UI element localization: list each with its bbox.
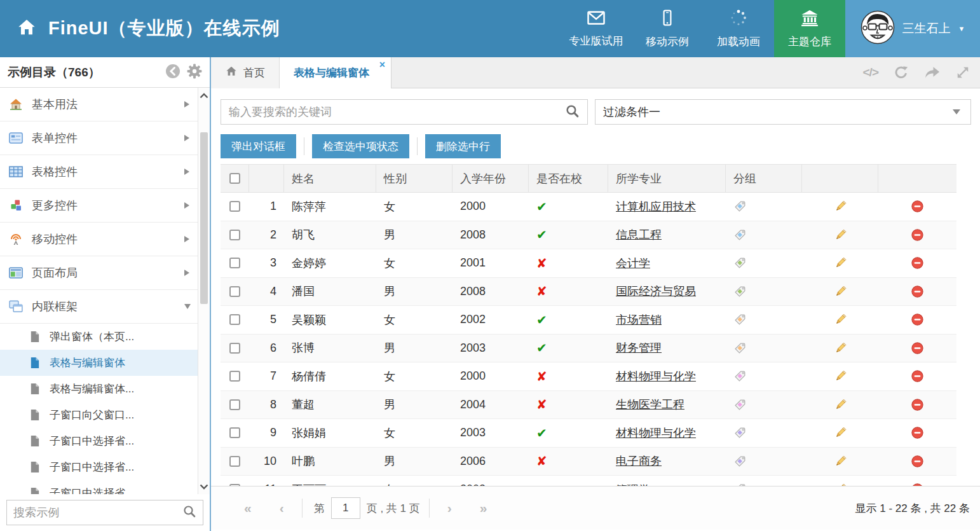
delete-icon[interactable] [911, 228, 924, 242]
select-all-checkbox[interactable] [229, 173, 240, 184]
delete-icon[interactable] [911, 200, 924, 213]
row-checkbox[interactable] [229, 201, 240, 212]
gear-icon[interactable] [187, 64, 202, 81]
close-icon[interactable]: × [379, 59, 385, 71]
sidebar-subitem[interactable]: 弹出窗体（本页... [0, 324, 210, 350]
collapse-back-icon[interactable] [165, 64, 180, 81]
delete-icon[interactable] [911, 426, 924, 439]
tag-icon[interactable] [733, 341, 747, 355]
edit-icon[interactable] [834, 228, 847, 242]
major-link[interactable]: 材料物理与化学 [616, 369, 696, 384]
sidebar-item-form[interactable]: 表单控件 [0, 121, 210, 155]
edit-icon[interactable] [834, 398, 847, 411]
edit-icon[interactable] [834, 313, 847, 326]
first-page-icon[interactable]: « [230, 500, 266, 516]
table-row[interactable]: 2 胡飞 男 2008 ✔ 信息工程 [221, 221, 956, 250]
sidebar-subitem[interactable]: 子窗口中选择省 [0, 480, 210, 494]
row-checkbox[interactable] [229, 399, 240, 410]
sidebar-subitem-selected[interactable]: 表格与编辑窗体 [0, 350, 210, 376]
major-link[interactable]: 计算机应用技术 [616, 199, 696, 214]
row-checkbox[interactable] [229, 371, 240, 382]
tag-icon[interactable] [733, 455, 747, 468]
sidebar-subitem[interactable]: 子窗口向父窗口... [0, 402, 210, 428]
tab-home[interactable]: 首页 [211, 57, 280, 88]
table-row[interactable]: 1 陈萍萍 女 2000 ✔ 计算机应用技术 [221, 193, 956, 221]
col-enrolled[interactable]: 是否在校 [529, 165, 608, 192]
edit-icon[interactable] [834, 285, 847, 298]
next-page-icon[interactable]: › [433, 500, 466, 516]
tag-icon[interactable] [733, 228, 747, 242]
major-link[interactable]: 材料物理与化学 [616, 425, 696, 441]
row-checkbox[interactable] [229, 456, 240, 467]
source-code-icon[interactable]: </> [863, 66, 878, 79]
edit-icon[interactable] [834, 200, 847, 213]
tag-icon[interactable] [733, 483, 747, 486]
scroll-up-icon[interactable] [198, 89, 210, 102]
table-row[interactable]: 8 董超 男 2004 ✘ 生物医学工程 [221, 391, 956, 420]
table-row[interactable]: 10 叶鹏 男 2006 ✘ 电子商务 [221, 448, 956, 476]
search-icon[interactable] [565, 104, 580, 121]
tag-icon[interactable] [733, 426, 747, 439]
tag-icon[interactable] [733, 369, 747, 383]
edit-icon[interactable] [834, 426, 847, 439]
major-link[interactable]: 电子商务 [616, 453, 662, 469]
edit-icon[interactable] [834, 341, 847, 355]
action-mobile-demo[interactable]: 移动示例 [632, 0, 703, 57]
tag-icon[interactable] [733, 285, 747, 298]
table-row[interactable]: 7 杨倩倩 女 2000 ✘ 材料物理与化学 [221, 362, 956, 391]
scrollbar-thumb[interactable] [200, 132, 208, 304]
col-year[interactable]: 入学年份 [453, 165, 529, 192]
share-icon[interactable] [924, 66, 941, 79]
tag-icon[interactable] [733, 200, 747, 213]
row-checkbox[interactable] [229, 427, 240, 438]
col-major[interactable]: 所学专业 [608, 165, 726, 192]
sidebar-subitem[interactable]: 子窗口中选择省... [0, 454, 210, 480]
sidebar-item-more[interactable]: 更多控件 [0, 189, 210, 223]
major-link[interactable]: 财务管理 [616, 340, 662, 355]
row-checkbox[interactable] [229, 258, 240, 268]
major-link[interactable]: 市场营销 [616, 312, 662, 328]
tag-icon[interactable] [733, 256, 747, 270]
user-menu[interactable]: 三生石上 ▼ [845, 0, 980, 57]
sidebar-subitem[interactable]: 表格与编辑窗体... [0, 376, 210, 402]
delete-icon[interactable] [911, 398, 924, 411]
delete-icon[interactable] [911, 256, 924, 270]
col-name[interactable]: 姓名 [284, 165, 376, 192]
table-row[interactable]: 5 吴颖颖 女 2002 ✔ 市场营销 [221, 306, 956, 334]
sidebar-subitem[interactable]: 子窗口中选择省... [0, 428, 210, 454]
expand-icon[interactable] [956, 66, 970, 79]
sidebar-item-grid[interactable]: 表格控件 [0, 155, 210, 189]
tag-icon[interactable] [733, 313, 747, 326]
major-link[interactable]: 生物医学工程 [616, 397, 684, 412]
delete-icon[interactable] [911, 369, 924, 383]
major-link[interactable]: 会计学 [616, 256, 650, 271]
row-checkbox[interactable] [229, 484, 240, 486]
sidebar-scrollbar[interactable] [198, 88, 210, 494]
tag-icon[interactable] [733, 398, 747, 411]
table-row[interactable]: 6 张博 男 2003 ✔ 财务管理 [221, 334, 956, 363]
prev-page-icon[interactable]: ‹ [266, 500, 298, 516]
refresh-icon[interactable] [894, 65, 909, 80]
filter-dropdown[interactable]: 过滤条件一 [595, 99, 971, 125]
keyword-search-input[interactable] [229, 106, 565, 119]
table-row[interactable]: 3 金婷婷 女 2001 ✘ 会计学 [221, 249, 956, 278]
row-checkbox[interactable] [229, 314, 240, 325]
col-group[interactable]: 分组 [726, 165, 802, 192]
search-examples-input[interactable] [13, 506, 182, 520]
delete-icon[interactable] [911, 341, 924, 355]
row-checkbox[interactable] [229, 343, 240, 354]
action-loading[interactable]: 加载动画 [703, 0, 774, 57]
open-dialog-button[interactable]: 弹出对话框 [221, 134, 296, 158]
delete-icon[interactable] [911, 483, 924, 486]
edit-icon[interactable] [834, 369, 847, 383]
delete-selected-button[interactable]: 删除选中行 [425, 134, 501, 158]
table-row[interactable]: 11 王丽丽 女 2003 ✔ 管理学 [221, 476, 956, 486]
check-selected-button[interactable]: 检查选中项状态 [312, 134, 409, 158]
row-checkbox[interactable] [229, 230, 240, 240]
table-row[interactable]: 9 张娟娟 女 2003 ✔ 材料物理与化学 [221, 419, 956, 448]
major-link[interactable]: 国际经济与贸易 [616, 284, 696, 299]
last-page-icon[interactable]: » [466, 500, 501, 516]
major-link[interactable]: 管理学 [616, 482, 650, 486]
search-icon[interactable] [182, 504, 196, 521]
scroll-down-icon[interactable] [198, 480, 210, 493]
